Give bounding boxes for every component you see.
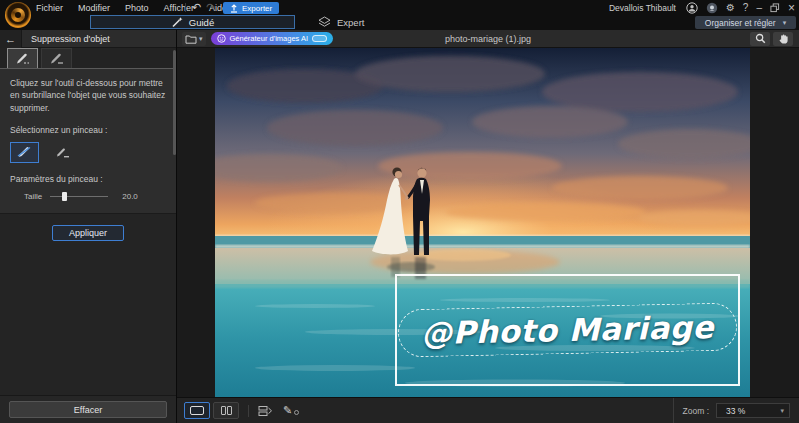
undo-button[interactable]: ↶ [192, 2, 201, 13]
export-button[interactable]: Exporter [223, 2, 279, 14]
chevron-down-icon: ▾ [783, 19, 787, 26]
ai-generator-label: Générateur d'images AI [230, 34, 309, 43]
magnifier-icon [755, 33, 766, 44]
panel-title: Suppression d'objet [31, 34, 110, 44]
folder-icon [185, 34, 197, 44]
pen-tool-button[interactable]: ✎ [283, 405, 299, 416]
view-single-button[interactable] [184, 402, 210, 419]
watermark-text: @Photo Mariage [421, 309, 715, 351]
settings-gear-button[interactable]: ⚙ [726, 3, 735, 13]
select-brush-label: Sélectionnez un pinceau : [10, 125, 166, 135]
brush-option-subtract[interactable] [48, 142, 77, 163]
panel-scrollbar[interactable] [173, 50, 176, 155]
zoom-control-group: Zoom : 33 % ▾ [673, 398, 799, 423]
zoom-label: Zoom : [683, 406, 709, 416]
menu-item-photo[interactable]: Photo [125, 3, 149, 13]
app-window: Fichier Modifier Photo Afficher Aide ↶ ↷… [0, 0, 799, 423]
zoom-value: 33 % [726, 406, 780, 416]
toolbar-divider [185, 3, 186, 12]
hand-tool-button[interactable] [773, 32, 793, 46]
slider-thumb[interactable] [62, 192, 67, 201]
statusbar-divider [248, 405, 249, 417]
editing-canvas: @Photo Mariage [177, 48, 799, 397]
organize-adjust-button[interactable]: Organiser et régler ▾ [695, 16, 796, 29]
titlebar: Fichier Modifier Photo Afficher Aide ↶ ↷… [0, 0, 799, 30]
pen-icon: ✎ [283, 405, 292, 416]
folder-caret-icon: ▾ [199, 35, 203, 42]
tab-add-brush[interactable] [7, 48, 38, 68]
brush-params-label: Paramètres du pinceau : [10, 174, 166, 184]
size-value: 20.0 [122, 192, 138, 201]
panel-header: ← Suppression d'objet [0, 30, 176, 48]
before-after-icon [258, 405, 273, 417]
close-button[interactable]: × [788, 2, 795, 14]
size-slider[interactable] [50, 192, 108, 201]
layers-icon [318, 16, 331, 29]
panel-content: Cliquez sur l'outil ci-dessous pour mett… [0, 69, 176, 213]
export-label: Exporter [242, 4, 272, 13]
apply-button[interactable]: Appliquer [52, 225, 124, 241]
tab-guided-label: Guidé [189, 17, 214, 28]
size-label: Taille [24, 192, 42, 201]
export-icon [230, 4, 238, 13]
brush-mode-tabs [0, 48, 176, 69]
help-button[interactable]: ? [743, 3, 749, 13]
brush-remove-icon [49, 52, 64, 65]
before-after-toggle-button[interactable] [258, 405, 273, 417]
menu-item-fichier[interactable]: Fichier [36, 3, 63, 13]
brush-add-icon [15, 52, 30, 65]
instruction-text: Cliquez sur l'outil ci-dessous pour mett… [10, 77, 166, 114]
document-toolbar: photo-mariage (1).jpg ▾ Générateur d'ima… [177, 30, 799, 48]
user-name: Devallois Thibault [609, 3, 676, 13]
guided-edit-panel: ← Suppression d'objet Cliquez sur l'outi… [0, 30, 177, 423]
hand-icon [778, 33, 789, 45]
open-file-button[interactable]: ▾ [182, 32, 206, 46]
zoom-value-select[interactable]: 33 % ▾ [716, 403, 790, 418]
menu-item-afficher[interactable]: Afficher [164, 3, 194, 13]
slider-track [50, 196, 108, 198]
photo-canvas[interactable]: @Photo Mariage [215, 48, 750, 397]
brush-option-add[interactable] [10, 142, 39, 163]
subtract-brush-icon [55, 146, 70, 159]
ai-new-badge [312, 35, 327, 42]
pen-size-dot-icon [294, 410, 299, 415]
ai-image-generator-button[interactable]: Générateur d'images AI [211, 32, 334, 45]
tab-remove-brush[interactable] [41, 48, 72, 68]
menu-item-modifier[interactable]: Modifier [78, 3, 110, 13]
restore-window-button[interactable] [770, 3, 780, 13]
wand-icon [171, 16, 183, 28]
tab-expert-label: Expert [337, 17, 364, 28]
redo-button[interactable]: ↷ [206, 2, 215, 13]
zoom-chevron-icon: ▾ [780, 407, 784, 415]
organize-adjust-label: Organiser et régler [705, 18, 776, 28]
back-button[interactable]: ← [0, 30, 22, 48]
watermark-frame: @Photo Mariage [395, 274, 740, 386]
notifications-icon[interactable] [706, 2, 718, 14]
zoom-tool-button[interactable] [750, 32, 770, 46]
minimize-button[interactable]: – [756, 3, 762, 13]
status-bar: ✎ Zoom : 33 % ▾ [177, 397, 799, 423]
clear-button[interactable]: Effacer [9, 401, 167, 418]
tab-expert[interactable]: Expert [318, 15, 364, 29]
tab-guided[interactable]: Guidé [90, 15, 295, 29]
panel-footer: Effacer [0, 395, 176, 423]
app-logo-icon [5, 2, 31, 28]
selection-brush-icon [16, 145, 33, 159]
selection-marquee: @Photo Mariage [398, 302, 738, 357]
panel-empty-space [0, 242, 176, 395]
main-area: photo-mariage (1).jpg ▾ Générateur d'ima… [177, 30, 799, 423]
view-split-button[interactable] [213, 402, 239, 419]
ai-generator-icon [217, 34, 226, 43]
account-icon[interactable] [686, 2, 698, 14]
